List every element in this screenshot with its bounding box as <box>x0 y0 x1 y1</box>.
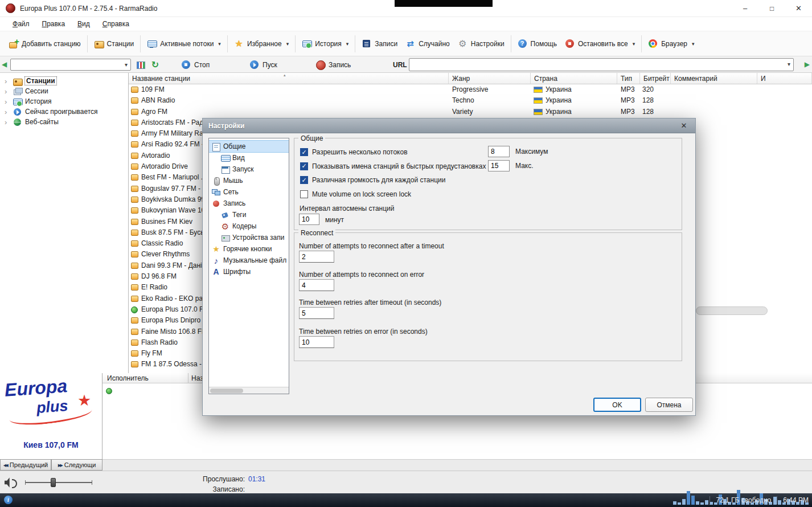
close-icon[interactable] <box>785 0 812 17</box>
settings-tree-item-tags[interactable]: Теги <box>209 209 289 220</box>
checkbox[interactable] <box>300 176 308 184</box>
checkbox[interactable] <box>300 148 308 156</box>
records-button[interactable]: Записи <box>358 35 401 52</box>
column-header-label: Тип <box>621 75 632 83</box>
sidebar-item-stations[interactable]: Станции <box>0 76 128 86</box>
station-icon <box>131 163 138 170</box>
checkbox[interactable] <box>300 162 308 170</box>
sidebar-item-nowplaying[interactable]: Сейчас проигрывается <box>0 107 128 117</box>
station-row[interactable]: Agro FMVarietyУкраинаMP3128 <box>129 107 812 117</box>
station-row[interactable]: 109 FMProgressiveУкраинаMP3320 <box>129 84 812 95</box>
settings-tree-item-network[interactable]: Сеть <box>209 186 289 198</box>
settings-button[interactable]: Настройки <box>454 35 508 52</box>
url-dropdown-caret-icon[interactable] <box>788 61 790 67</box>
column-header[interactable]: И <box>757 73 812 84</box>
interval-input[interactable] <box>299 214 319 225</box>
refresh-icon[interactable] <box>150 60 160 69</box>
chevron-right-icon[interactable] <box>5 87 10 96</box>
spectrum-bar <box>696 501 699 505</box>
station-icon <box>131 317 138 324</box>
settings-tree-item-general[interactable]: Общие <box>209 141 289 152</box>
minimize-icon[interactable] <box>732 0 758 17</box>
settings-tree-item-encoders[interactable]: Кодеры <box>209 220 289 232</box>
record-button[interactable]: Запись <box>311 58 355 71</box>
scroll-right-icon[interactable] <box>805 60 810 68</box>
chevron-right-icon[interactable] <box>5 108 10 116</box>
help-button[interactable]: Помощь <box>514 35 561 52</box>
column-header[interactable]: Страна <box>531 73 617 84</box>
artist-column-header[interactable]: Исполнитель <box>107 374 149 382</box>
speaker-icon[interactable] <box>5 477 17 488</box>
field-input[interactable] <box>488 146 510 157</box>
scroll-left-icon[interactable] <box>2 60 7 68</box>
station-genre: Progressive <box>452 84 488 95</box>
browser-button[interactable]: Браузер <box>644 35 698 52</box>
volume-handle[interactable] <box>51 478 56 487</box>
checkbox[interactable] <box>300 190 308 198</box>
stop-all-button[interactable]: Остановить все <box>561 35 639 52</box>
dropdown-caret-icon[interactable] <box>692 41 695 47</box>
dropdown-caret-icon[interactable] <box>346 41 349 47</box>
volume-slider[interactable] <box>25 482 92 483</box>
history-button[interactable]: История <box>298 35 352 52</box>
scrollbar-thumb[interactable] <box>210 389 243 393</box>
settings-tree-item-fonts[interactable]: Шрифты <box>209 266 289 277</box>
reconnect-field-input[interactable] <box>299 251 334 263</box>
ok-button[interactable]: OK <box>593 398 641 412</box>
dropdown-caret-icon[interactable] <box>286 41 289 47</box>
station-row[interactable]: ABN RadioTechnoУкраинаMP3128 <box>129 95 812 106</box>
column-header[interactable]: Жанр <box>449 73 531 84</box>
stop-button[interactable]: Стоп <box>177 58 214 71</box>
menu-view[interactable]: Вид <box>72 18 96 30</box>
next-button[interactable]: Следующи <box>51 459 102 471</box>
chevron-right-icon[interactable] <box>5 77 10 85</box>
add-station-button[interactable]: Добавить станцию <box>5 35 85 52</box>
dropdown-caret-icon[interactable] <box>218 41 221 47</box>
name-column-header[interactable]: Наз <box>191 374 203 382</box>
reconnect-field-input[interactable] <box>299 307 334 319</box>
settings-tree-item-music[interactable]: Музыкальные файл <box>209 255 289 266</box>
reconnect-field-input[interactable] <box>299 336 334 348</box>
sidebar-item-history[interactable]: История <box>0 96 128 107</box>
chevron-right-icon[interactable] <box>5 118 10 126</box>
menu-edit[interactable]: Правка <box>36 18 71 30</box>
url-input[interactable] <box>409 58 794 71</box>
sidebar-item-sessions[interactable]: Сессии <box>0 86 128 96</box>
menu-file[interactable]: Файл <box>7 18 35 30</box>
cancel-button[interactable]: Отмена <box>645 398 693 412</box>
settings-tree-item-devices[interactable]: Устройства запи <box>209 232 289 243</box>
column-header[interactable]: Тип <box>617 73 640 84</box>
sidebar-item-websites[interactable]: Веб-сайты <box>0 117 128 127</box>
column-header[interactable]: Название станции <box>129 73 449 84</box>
station-name: Busines FM Kiev <box>141 216 192 227</box>
settings-tree-item-view[interactable]: Вид <box>209 152 289 163</box>
settings-tree-item-recdot[interactable]: Запись <box>209 198 289 209</box>
reconnect-field-input[interactable] <box>299 279 334 291</box>
statusbar-separator <box>710 496 710 504</box>
field-input[interactable] <box>488 160 510 171</box>
equalizer-icon[interactable] <box>136 60 145 69</box>
dropdown-caret-icon[interactable] <box>633 41 635 47</box>
dialog-titlebar[interactable]: Настройки <box>203 118 695 133</box>
info-icon[interactable]: i <box>4 496 13 504</box>
previous-button[interactable]: Предыдущий <box>0 459 51 471</box>
settings-tree-item-hotkeys[interactable]: Горячие кнопки <box>209 243 289 255</box>
stations-button[interactable]: Станции <box>90 35 138 52</box>
tree-hscrollbar[interactable] <box>209 387 289 394</box>
settings-tree-item-startup[interactable]: Запуск <box>209 163 289 175</box>
general-group: Общие Интервал автосмены станций минут Р… <box>294 138 682 230</box>
favorites-button[interactable]: Избранное <box>230 35 293 52</box>
preset-combobox[interactable] <box>10 59 131 71</box>
column-header[interactable]: Битрейт <box>640 73 671 84</box>
play-button[interactable]: Пуск <box>245 58 282 71</box>
random-button[interactable]: Случайно <box>401 35 454 52</box>
active-streams-button[interactable]: Активные потоки <box>143 35 225 52</box>
column-header[interactable]: Комментарий <box>671 73 757 84</box>
stray-scrollbar[interactable] <box>696 306 768 315</box>
nowplaying-icon <box>13 107 22 117</box>
maximize-icon[interactable] <box>758 0 785 17</box>
settings-tree-item-mouse[interactable]: Мышь <box>209 175 289 186</box>
menu-help[interactable]: Справка <box>97 18 135 30</box>
dialog-close-icon[interactable] <box>678 121 690 130</box>
chevron-right-icon[interactable] <box>5 97 10 106</box>
